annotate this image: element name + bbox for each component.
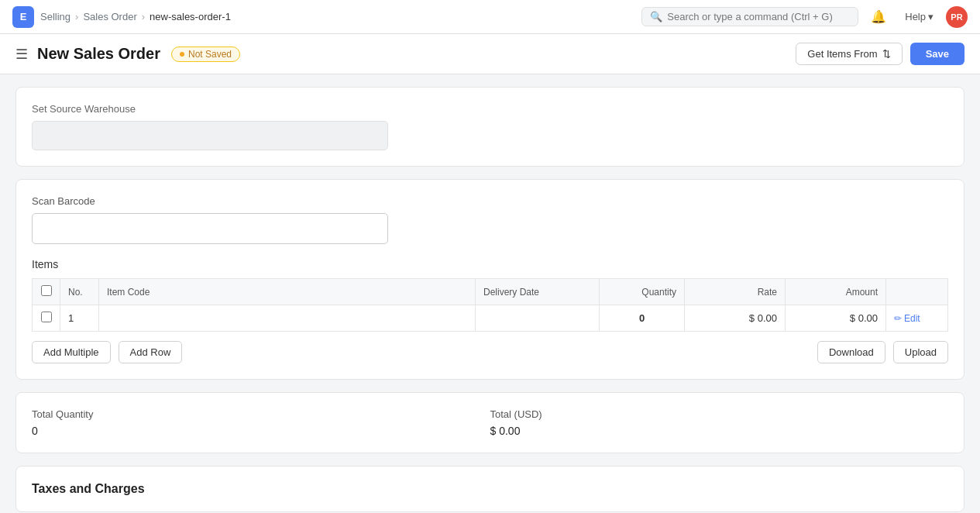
search-bar[interactable]: 🔍 [641, 7, 858, 26]
app-icon[interactable]: E [12, 6, 34, 28]
total-usd-value: $ 0.00 [490, 425, 949, 437]
add-multiple-button[interactable]: Add Multiple [32, 341, 111, 363]
search-input[interactable] [667, 11, 850, 22]
table-actions: Add Multiple Add Row Download Upload [32, 341, 948, 363]
col-header-quantity: Quantity [600, 279, 685, 305]
row-no: 1 [60, 305, 99, 332]
col-header-no: No. [60, 279, 99, 305]
row-item-code[interactable] [99, 305, 476, 332]
warehouse-input[interactable] [32, 121, 388, 150]
totals-left: Total Quantity 0 [32, 408, 490, 437]
page-title: New Sales Order [37, 45, 160, 63]
breadcrumb-sep-2: › [142, 11, 145, 22]
totals-card: Total Quantity 0 Total (USD) $ 0.00 [15, 392, 965, 453]
not-saved-dot [180, 52, 184, 57]
edit-label: Edit [904, 313, 920, 324]
row-delivery-date[interactable] [476, 305, 600, 332]
totals-section: Total Quantity 0 Total (USD) $ 0.00 [32, 408, 948, 437]
total-usd-label: Total (USD) [490, 408, 949, 420]
get-items-from-button[interactable]: Get Items From ⇅ [796, 43, 902, 65]
edit-icon: ✏ [894, 313, 902, 324]
not-saved-label: Not Saved [188, 49, 232, 60]
avatar[interactable]: PR [946, 6, 968, 28]
breadcrumb-current: new-sales-order-1 [150, 11, 231, 22]
breadcrumb-sales-order[interactable]: Sales Order [83, 11, 136, 22]
breadcrumb-sep-1: › [75, 11, 78, 22]
row-edit-cell: ✏ Edit [886, 305, 948, 332]
top-nav: E Selling › Sales Order › new-sales-orde… [0, 0, 980, 34]
edit-row-button[interactable]: ✏ Edit [894, 313, 920, 324]
notification-bell[interactable]: 🔔 [865, 6, 892, 27]
col-header-checkbox [33, 279, 60, 305]
taxes-heading: Taxes and Charges [32, 482, 948, 496]
col-header-delivery-date: Delivery Date [476, 279, 600, 305]
scan-barcode-label: Scan Barcode [32, 195, 948, 207]
search-icon: 🔍 [650, 11, 662, 22]
download-button[interactable]: Download [817, 341, 885, 363]
row-amount: $ 0.00 [786, 305, 886, 332]
sidebar-toggle[interactable]: ☰ [15, 46, 28, 63]
breadcrumb: Selling › Sales Order › new-sales-order-… [40, 11, 231, 22]
chevron-updown-icon: ⇅ [882, 48, 891, 60]
chevron-down-icon: ▾ [928, 11, 934, 22]
scan-barcode-input[interactable] [32, 213, 388, 244]
get-items-label: Get Items From [807, 48, 877, 60]
taxes-card: Taxes and Charges [15, 466, 965, 512]
help-menu[interactable]: Help ▾ [899, 8, 940, 26]
row-checkbox-cell [33, 305, 60, 332]
total-quantity-value: 0 [32, 425, 490, 437]
col-header-amount: Amount [786, 279, 886, 305]
row-rate[interactable]: $ 0.00 [685, 305, 786, 332]
col-header-action [886, 279, 948, 305]
items-card: Scan Barcode Items No. Item Code Deliver… [15, 179, 965, 380]
select-all-checkbox[interactable] [41, 285, 52, 296]
col-header-item-code: Item Code [99, 279, 476, 305]
table-right-actions: Download Upload [817, 341, 948, 363]
total-quantity-label: Total Quantity [32, 408, 490, 420]
page-header: ☰ New Sales Order Not Saved Get Items Fr… [0, 34, 980, 74]
upload-button[interactable]: Upload [893, 341, 948, 363]
add-row-button[interactable]: Add Row [119, 341, 183, 363]
row-quantity[interactable]: 0 [600, 305, 685, 332]
main-content: Set Source Warehouse Scan Barcode Items … [0, 74, 980, 513]
breadcrumb-selling[interactable]: Selling [40, 11, 70, 22]
totals-right: Total (USD) $ 0.00 [490, 408, 949, 437]
col-header-rate: Rate [685, 279, 786, 305]
table-row: 1 0 $ 0.00 $ 0.00 ✏ Edit [33, 305, 948, 332]
items-table: No. Item Code Delivery Date Quantity Rat… [32, 278, 948, 332]
row-checkbox[interactable] [41, 312, 52, 322]
save-button[interactable]: Save [910, 43, 965, 65]
source-warehouse-card: Set Source Warehouse [15, 87, 965, 167]
not-saved-badge: Not Saved [171, 46, 240, 62]
source-warehouse-label: Set Source Warehouse [32, 103, 948, 115]
items-section-label: Items [32, 258, 948, 270]
